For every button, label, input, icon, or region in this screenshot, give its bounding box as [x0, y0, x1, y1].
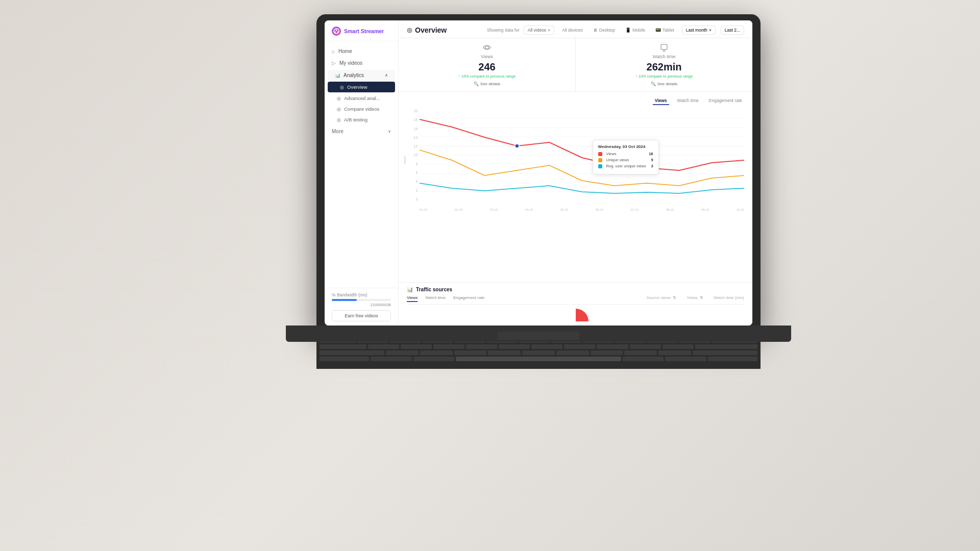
sidebar: Smart Streamer ⌂ Home ▷ My videos [325, 20, 399, 325]
watch-time-see-details-link[interactable]: 🔍 See details [651, 82, 678, 86]
compare-icon: ◎ [337, 107, 341, 112]
analytics-header[interactable]: 📊 Analytics ∧ [328, 70, 395, 81]
svg-point-19 [515, 144, 519, 148]
chart-tooltip: Wednesday, 03 Oct 2024 Views 18 Unique v… [593, 140, 659, 174]
source-name-col: Source name ⇅ [647, 295, 677, 302]
tablet-label: Tablet [663, 28, 674, 33]
views-col: Views ⇅ [687, 295, 703, 302]
earn-free-videos-button[interactable]: Earn free videos [332, 310, 391, 321]
sidebar-item-compare[interactable]: ◎ Compare videos [325, 104, 398, 114]
tab-tablet[interactable]: 📟 Tablet [653, 26, 677, 34]
traffic-tab-views[interactable]: Views [407, 295, 418, 302]
sidebar-bottom: % Bandwidth (mo) 210/500GB Earn free vid… [325, 288, 398, 325]
x-axis-labels: 01.10 02.10 03.10 04.10 05.10 06.10 07.1… [420, 208, 744, 211]
header-top: ◎ Overview Showing data for All videos ∨ [407, 26, 744, 35]
desktop-icon: 🖥 [593, 28, 598, 33]
more-label: More [332, 129, 344, 134]
traffic-sources-section: 📊 Traffic sources Views Watch time Engag… [399, 282, 752, 325]
stats-row: Views 246 ↑ 16% compare to previous rang… [399, 38, 752, 92]
bandwidth-label: % Bandwidth (mo) [332, 292, 391, 297]
more-chevron-icon: ∨ [388, 129, 391, 134]
watch-time-col: Watch time (min) [714, 295, 744, 302]
views-stat-change: ↑ 16% compare to previous range [458, 74, 516, 79]
traffic-title-text: Traffic sources [416, 287, 452, 292]
svg-rect-5 [661, 44, 667, 49]
tab-desktop[interactable]: 🖥 Desktop [591, 26, 618, 34]
all-devices-label: All devices [562, 28, 583, 33]
videos-icon: ▷ [332, 60, 336, 66]
tooltip-date: Wednesday, 03 Oct 2024 [598, 144, 653, 149]
tooltip-row-reg: Reg. user unique views 3 [598, 164, 653, 168]
analytics-chevron-icon: ∧ [385, 73, 388, 78]
traffic-table-header: Views Watch time Engagement rate Source … [407, 295, 744, 305]
time-filter2[interactable]: Last 2... [721, 26, 744, 35]
logo-text: Smart Streamer [344, 28, 384, 34]
sidebar-item-ab-testing[interactable]: ◎ A/B testing [325, 114, 398, 125]
sidebar-nav: ⌂ Home ▷ My videos 📊 Analytics [325, 41, 398, 288]
showing-label: Showing data for [487, 28, 520, 33]
traffic-tab-watch-time[interactable]: Watch time [425, 295, 446, 302]
traffic-tab-engagement[interactable]: Engagement rate [453, 295, 484, 302]
chart-area: Views Watch time Engagement rate 20 18 1… [399, 92, 752, 282]
time-filter-chevron: ∨ [709, 28, 712, 32]
svg-point-4 [485, 46, 488, 49]
laptop-bezel: Smart Streamer ⌂ Home ▷ My videos [325, 20, 752, 325]
mobile-icon: 📱 [625, 28, 631, 33]
chart-svg [420, 109, 744, 201]
tooltip-reg-dot [598, 164, 602, 168]
overview-label: Overview [347, 84, 368, 90]
sidebar-item-home[interactable]: ⌂ Home [325, 45, 398, 57]
pie-chart-svg [563, 309, 589, 321]
logo-icon [332, 27, 341, 36]
time-filter[interactable]: Last month ∨ [682, 26, 716, 35]
bandwidth-bar [332, 299, 357, 301]
desktop-label: Desktop [599, 28, 615, 33]
y-axis-labels: 20 18 16 14 12 10 8 6 4 2 0 [407, 109, 420, 201]
chart-tab-watch-time[interactable]: Watch time [675, 97, 701, 105]
sidebar-item-overview[interactable]: ◎ Overview [328, 82, 395, 92]
laptop-screen: Smart Streamer ⌂ Home ▷ My videos [325, 20, 752, 325]
watch-time-stat-card: Watch time 262min ↑ 10% compare to previ… [576, 38, 752, 91]
overview-icon: ◎ [340, 85, 344, 90]
filter-value: All videos [528, 28, 546, 33]
bandwidth-value: 210/500GB [332, 303, 391, 307]
tooltip-views-label: Views [606, 152, 645, 156]
videos-filter[interactable]: All videos ∨ [524, 26, 554, 35]
analytics-icon: 📊 [335, 73, 340, 78]
traffic-sources-title: 📊 Traffic sources [407, 287, 744, 292]
watch-time-stat-value: 262min [647, 61, 682, 73]
time-filter-value: Last month [686, 28, 707, 33]
traffic-col-tabs: Views Watch time Engagement rate [407, 295, 484, 302]
watch-time-stat-label: Watch time [653, 54, 676, 59]
tooltip-reg-label: Reg. user unique views [606, 164, 647, 168]
time-filter2-value: Last 2... [725, 28, 740, 33]
page-title: ◎ Overview [407, 26, 447, 34]
ab-icon: ◎ [337, 117, 341, 122]
chart-tabs: Views Watch time Engagement rate [407, 97, 744, 105]
chart-tab-views[interactable]: Views [653, 97, 669, 105]
views-see-details-link[interactable]: 🔍 See details [474, 82, 501, 86]
watch-time-stat-icon [660, 43, 668, 53]
watch-time-stat-change: ↑ 10% compare to previous range [635, 74, 693, 79]
ab-label: A/B testing [344, 117, 368, 122]
advanced-label: Advanced anal... [344, 95, 380, 101]
main-content: ◎ Overview Showing data for All videos ∨ [399, 20, 752, 325]
search-icon: 🔍 [474, 82, 479, 86]
tab-mobile[interactable]: 📱 Mobile [623, 26, 648, 34]
filter-chevron-icon: ∨ [548, 28, 550, 32]
tablet-icon: 📟 [655, 28, 661, 33]
overview-title-icon: ◎ [407, 27, 412, 34]
bandwidth-icon: % [332, 292, 336, 297]
tooltip-unique-label: Unique views [606, 158, 647, 162]
chart-tab-engagement[interactable]: Engagement rate [707, 97, 744, 105]
sidebar-item-more[interactable]: More ∨ [325, 126, 398, 137]
sidebar-item-my-videos[interactable]: ▷ My videos [325, 57, 398, 69]
tab-all-devices[interactable]: All devices [559, 26, 585, 34]
tooltip-row-views: Views 18 [598, 152, 653, 156]
laptop-base [286, 325, 791, 342]
overview-title-text: Overview [415, 26, 447, 34]
tooltip-reg-val: 3 [651, 164, 653, 168]
sidebar-item-advanced[interactable]: ◎ Advanced anal... [325, 93, 398, 104]
mobile-label: Mobile [632, 28, 645, 33]
main-header: ◎ Overview Showing data for All videos ∨ [399, 20, 752, 38]
